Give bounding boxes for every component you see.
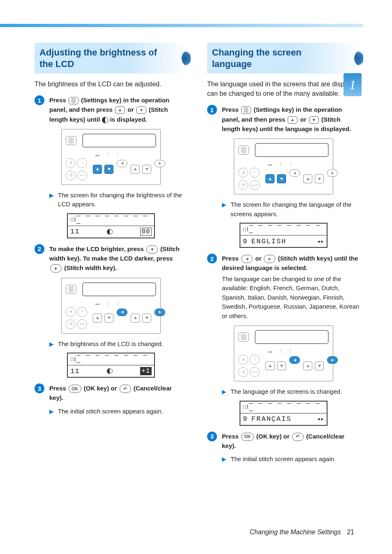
step-2-result-row: ▶ The language of the screens is changed… [222,387,360,397]
panel-mode-buttons: ✕ ! ↺ ∘∘ [238,168,259,190]
panel-width-left-col [117,309,127,328]
lcd-right-value: +1 [140,367,152,375]
svg-marker-33 [313,119,315,121]
step-1-text: Press (Settings key) in the operation pa… [222,105,360,134]
step-1-result: The screen for changing the brightness o… [58,191,187,209]
step-number-badge: 2 [207,254,217,263]
svg-marker-17 [55,267,57,270]
footer-title: Changing the Machine Settings [249,529,341,536]
length-down-key [277,361,286,370]
step-3-text: Press OK (OK key) or ↶ (Cancel/clear key… [49,383,187,403]
lcd-left-value: 9 [243,415,247,423]
svg-marker-10 [96,168,99,170]
step-2-text-b: or [255,255,263,262]
panel-display [255,143,329,157]
step-1-text-e: is displayed. [110,116,147,123]
triangle-marker-icon: ▶ [49,339,54,349]
length-down-key [104,165,113,174]
lcd-contrast-icon [107,368,113,374]
cancel-key-icon: ↶ [120,385,131,393]
width-right-key [154,309,165,316]
panel-figure-length-keys: ▬┆┊ ✕ ! ↺ ∘∘ [234,138,333,194]
length-up-key [265,174,274,183]
mode-cut-icon: ✕ [238,168,248,178]
mode-reverse-icon: ↺ [66,319,76,329]
lcd-brightness-plus1: ⎍⌇ — — — — — — — — — 11 +1 [67,353,155,378]
triangle-marker-icon: ▶ [49,407,54,416]
step-1-result: The screen for changing the language of … [231,200,360,219]
footer-page-number: 21 [347,529,354,536]
mode-pause-icon: ∘∘ [250,180,260,190]
step-number-badge: 3 [207,432,217,441]
svg-marker-27 [159,311,161,314]
step-2-text: To make the LCD brighter, press (Stitch … [49,244,187,273]
lcd-dashes: — — — — — — — — — [76,212,152,227]
section-heading: Adjusting the brightness of the LCD [35,43,187,74]
section-heading: Changing the screen language [207,43,360,74]
svg-marker-11 [107,168,110,171]
width-left-key [289,169,300,177]
step-3: 3 Press OK (OK key) or ↶ (Cancel/clear k… [207,432,360,451]
left-column: Adjusting the brightness of the LCD The … [35,43,187,471]
panel-figure-width-keys: ▬┆┊ ✕ ! ↺ ∘∘ [234,325,333,381]
svg-marker-44 [246,258,248,261]
lcd-left-value: 11 [70,367,79,375]
svg-marker-32 [291,118,294,121]
lcd-dashes: — — — — — — — — — [249,400,324,415]
lcd-brightness-00: ⎍⌇ — — — — — — — — — 11 00 [67,213,155,238]
lcd-language-value: FRANÇAIS [251,415,292,423]
length-up-key [93,165,102,174]
svg-marker-40 [293,172,295,175]
section-brightness: Adjusting the brightness of the LCD The … [35,43,187,416]
triangle-marker-icon: ▶ [222,200,226,219]
lcd-dashes: — — — — — — — — — [249,222,324,237]
lcd-dashes: — — — — — — — — — [76,352,152,367]
mode-cut-icon: ✕ [66,307,76,317]
mode-reverse-icon: ↺ [66,171,76,180]
up-key-icon [115,106,125,114]
svg-marker-45 [269,258,271,261]
length-down-key [104,314,113,323]
triangle-marker-icon: ▶ [222,387,226,397]
lcd-language-francais: ⎍⌇ — — — — — — — — — 9 FRANÇAIS ◂▸ [240,401,327,426]
svg-marker-39 [280,178,283,180]
lcd-right-value: 00 [140,228,152,236]
panel-width-right-col [327,169,338,188]
panel-height-keys [303,361,324,370]
step-2-text-c: (Stitch width key). [64,264,117,271]
svg-marker-42 [318,178,321,180]
step-3-text-b: (OK key) or [84,385,119,392]
lcd-language-english: ⎍⌇ — — — — — — — — — 9 ENGLISH ◂▸ [240,223,327,248]
mode-pause-icon: ∘∘ [77,171,87,180]
contrast-icon [102,117,108,123]
step-1-text-a: Press [49,97,68,104]
mode-needle-icon: ! [250,168,260,178]
mode-reverse-icon: ↺ [238,180,248,190]
panel-mode-buttons: ✕ ! ↺ ∘∘ [66,158,86,180]
panel-settings-key [238,332,249,342]
lcd-stitch-icon: ⎍⌇ [70,356,76,363]
step-1-text-c: or [128,106,136,113]
svg-marker-41 [306,178,309,180]
step-3-text-a: Press [222,433,240,440]
height-up-key [131,314,140,323]
svg-marker-24 [121,311,123,314]
mode-needle-icon: ! [250,355,260,365]
lcd-contrast-icon [107,229,113,235]
svg-marker-23 [107,317,110,319]
mode-pause-icon: ∘∘ [77,319,87,329]
step-1-text-a: Press [222,106,240,113]
panel-display [255,330,329,344]
ok-key-icon: OK [241,433,254,441]
panel-width-right-col [154,309,165,328]
svg-marker-4 [119,109,121,111]
width-right-key-icon [50,264,62,272]
settings-key-icon [241,106,251,114]
section-heading-container: Adjusting the brightness of the LCD [35,43,187,74]
mode-pause-icon: ∘∘ [250,367,260,377]
step-1: 1 Press (Settings key) in the operation … [35,95,187,124]
step-3-text: Press OK (OK key) or ↶ (Cancel/clear key… [222,432,360,451]
step-2-result: The language of the screens is changed. [231,387,342,397]
panel-width-left-col [117,160,127,179]
panel-height-keys [131,314,151,323]
